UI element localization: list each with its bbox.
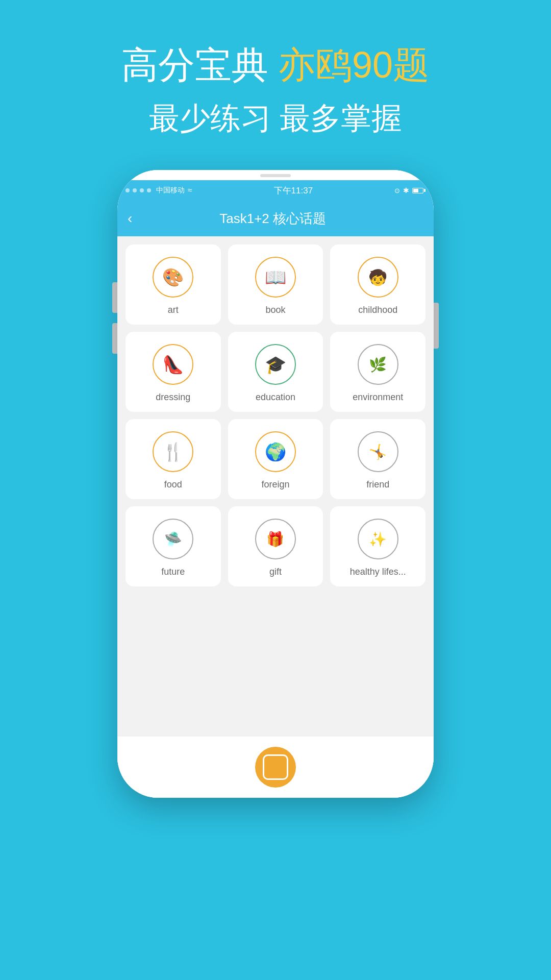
content-area[interactable]: 🎨 art 📖 book 🧒 xyxy=(117,236,434,737)
grid-item-environment[interactable]: 🌿 environment xyxy=(330,332,425,412)
signal-dot-2 xyxy=(133,188,137,192)
phone-wrapper: 中国移动 ≈ 下午11:37 ⊙ ✱ xyxy=(0,170,551,798)
status-bar-left: 中国移动 ≈ xyxy=(126,186,192,195)
healthy-label: healthy lifes... xyxy=(350,567,406,577)
gift-label: gift xyxy=(269,567,282,577)
friend-icon-circle: 🤸 xyxy=(358,431,398,472)
environment-icon-circle: 🌿 xyxy=(358,344,398,385)
home-button-inner xyxy=(263,754,288,780)
grid-item-foreign[interactable]: 🌍 foreign xyxy=(228,419,323,499)
header-line1: 高分宝典 亦鸥90题 xyxy=(0,41,551,90)
bluetooth-icon: ✱ xyxy=(403,186,409,194)
grid-item-gift[interactable]: 🎁 gift xyxy=(228,506,323,586)
environment-label: environment xyxy=(353,392,403,403)
book-label: book xyxy=(265,305,285,315)
battery-icon xyxy=(412,188,425,193)
gift-icon-circle: 🎁 xyxy=(255,519,296,559)
education-label: education xyxy=(256,392,295,403)
nav-bar: ‹ Task1+2 核心话题 xyxy=(117,201,434,236)
grid-item-food[interactable]: 🍴 food xyxy=(126,419,221,499)
dressing-icon-circle: 👠 xyxy=(153,344,193,385)
grid-item-book[interactable]: 📖 book xyxy=(228,244,323,325)
grid-item-dressing[interactable]: 👠 dressing xyxy=(126,332,221,412)
art-icon: 🎨 xyxy=(162,267,184,287)
education-icon-circle: 🎓 xyxy=(255,344,296,385)
gift-icon: 🎁 xyxy=(266,531,284,548)
foreign-icon: 🌍 xyxy=(265,442,286,462)
topic-grid: 🎨 art 📖 book 🧒 xyxy=(126,244,425,586)
foreign-icon-circle: 🌍 xyxy=(255,431,296,472)
food-icon-circle: 🍴 xyxy=(153,431,193,472)
signal-dot-4 xyxy=(147,188,151,192)
education-icon: 🎓 xyxy=(265,354,286,375)
phone-outer: 中国移动 ≈ 下午11:37 ⊙ ✱ xyxy=(117,170,434,798)
volume-down-button xyxy=(112,323,117,354)
dressing-label: dressing xyxy=(156,392,190,403)
back-button[interactable]: ‹ xyxy=(128,210,132,227)
home-button[interactable] xyxy=(255,747,296,788)
grid-item-healthy-lifes[interactable]: ✨ healthy lifes... xyxy=(330,506,425,586)
status-bar-right: ⊙ ✱ xyxy=(394,186,425,194)
power-button xyxy=(434,303,439,349)
header-section: 高分宝典 亦鸥90题 最少练习 最多掌握 xyxy=(0,0,551,160)
grid-item-childhood[interactable]: 🧒 childhood xyxy=(330,244,425,325)
childhood-icon-circle: 🧒 xyxy=(358,257,398,298)
food-label: food xyxy=(164,479,182,490)
grid-item-future[interactable]: 🛸 future xyxy=(126,506,221,586)
dressing-icon: 👠 xyxy=(162,354,184,375)
status-bar: 中国移动 ≈ 下午11:37 ⊙ ✱ xyxy=(117,180,434,201)
future-icon: 🛸 xyxy=(164,531,182,548)
volume-up-button xyxy=(112,282,117,313)
phone-bottom xyxy=(117,737,434,798)
carrier-label: 中国移动 xyxy=(156,186,185,195)
grid-item-art[interactable]: 🎨 art xyxy=(126,244,221,325)
signal-dot-3 xyxy=(140,188,144,192)
healthy-icon-circle: ✨ xyxy=(358,519,398,559)
friend-icon: 🤸 xyxy=(369,444,387,460)
screen-rotation-icon: ⊙ xyxy=(394,187,400,194)
healthy-icon: ✨ xyxy=(369,531,387,548)
wifi-icon: ≈ xyxy=(188,186,192,195)
childhood-label: childhood xyxy=(358,305,397,315)
header-highlight: 亦鸥90题 xyxy=(279,44,430,85)
art-icon-circle: 🎨 xyxy=(153,257,193,298)
page-background: 高分宝典 亦鸥90题 最少练习 最多掌握 中国移动 xyxy=(0,0,551,980)
art-label: art xyxy=(168,305,179,315)
foreign-label: foreign xyxy=(261,479,289,490)
food-icon: 🍴 xyxy=(162,442,184,462)
signal-dot-1 xyxy=(126,188,130,192)
phone-speaker xyxy=(117,170,434,180)
friend-label: friend xyxy=(366,479,389,490)
header-prefix: 高分宝典 xyxy=(121,44,279,85)
book-icon-circle: 📖 xyxy=(255,257,296,298)
header-line2: 最少练习 最多掌握 xyxy=(0,98,551,139)
grid-item-education[interactable]: 🎓 education xyxy=(228,332,323,412)
grid-item-friend[interactable]: 🤸 friend xyxy=(330,419,425,499)
environment-icon: 🌿 xyxy=(369,356,387,373)
phone-frame: 中国移动 ≈ 下午11:37 ⊙ ✱ xyxy=(117,170,434,798)
childhood-icon: 🧒 xyxy=(368,268,387,286)
status-time: 下午11:37 xyxy=(274,185,313,197)
future-label: future xyxy=(161,567,185,577)
book-icon: 📖 xyxy=(265,267,286,287)
future-icon-circle: 🛸 xyxy=(153,519,193,559)
nav-title: Task1+2 核心话题 xyxy=(137,210,408,228)
